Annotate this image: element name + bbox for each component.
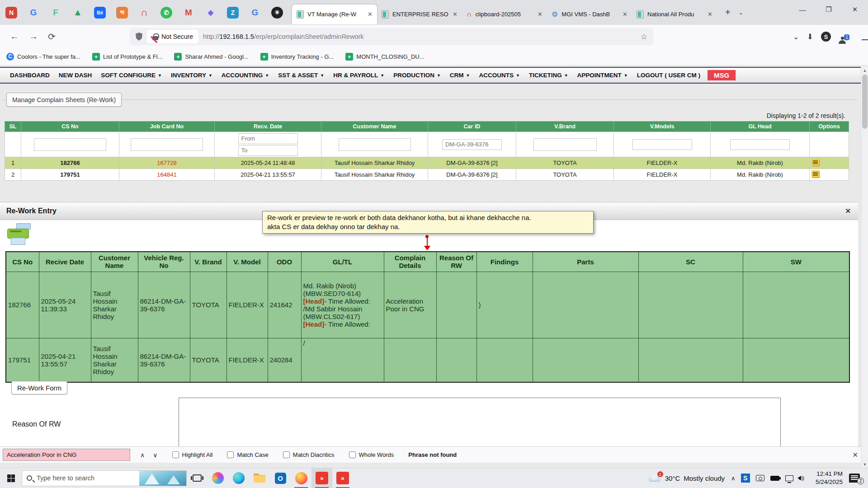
- grammarly-extension-icon[interactable]: S: [821, 32, 831, 42]
- file-explorer-button[interactable]: [249, 468, 270, 488]
- scrollbar-thumb[interactable]: [862, 75, 868, 129]
- pinned-tab-prothomalo-icon[interactable]: অ: [116, 7, 128, 19]
- back-icon[interactable]: ←: [10, 31, 19, 42]
- filter-date-to-input[interactable]: [238, 145, 298, 156]
- col-job-card[interactable]: Job Card No: [119, 122, 215, 132]
- bookmark-star-icon[interactable]: ☆: [641, 32, 647, 42]
- edge-button[interactable]: [228, 468, 249, 488]
- find-input[interactable]: [3, 449, 130, 461]
- outlook-button[interactable]: O: [270, 468, 291, 488]
- cell-job-card[interactable]: 164841: [119, 169, 215, 181]
- list-all-tabs-icon[interactable]: ⌄: [739, 9, 743, 16]
- filter-models-input[interactable]: [632, 139, 692, 150]
- filter-job-card-input[interactable]: [131, 138, 203, 151]
- tab-close-icon[interactable]: ✕: [453, 11, 458, 18]
- filter-car-id-input[interactable]: [442, 139, 502, 150]
- highlight-all-option[interactable]: Highlight All: [172, 451, 213, 458]
- vertical-scrollbar[interactable]: ▲ ▼: [861, 67, 868, 468]
- pinned-tab-chatgpt-icon[interactable]: ✳: [271, 7, 283, 19]
- table-row[interactable]: 2 179751 164841 2025-04-21 13:55:57 Taus…: [5, 169, 849, 181]
- task-view-button[interactable]: [187, 468, 208, 488]
- close-findbar-icon[interactable]: ✕: [852, 451, 858, 459]
- col-sl[interactable]: SL: [5, 122, 21, 132]
- scroll-up-icon[interactable]: ▲: [861, 67, 868, 74]
- pinned-tab-zoho-icon[interactable]: Z: [227, 7, 239, 19]
- pinned-tab-google2-icon[interactable]: G: [249, 7, 261, 19]
- new-tab-button[interactable]: +: [725, 7, 731, 18]
- match-case-option[interactable]: Match Case: [227, 451, 268, 458]
- weather-widget[interactable]: 1 30°C Mostly cloudy: [648, 474, 725, 482]
- pinned-tab-behance-icon[interactable]: Bē: [94, 7, 106, 19]
- tracking-protection-shield-icon[interactable]: [136, 33, 142, 41]
- match-diacritics-checkbox[interactable]: [283, 451, 290, 458]
- firefox-button[interactable]: [291, 468, 311, 488]
- nav-ticketing[interactable]: TICKETING▼: [524, 72, 573, 79]
- tab-vt-manage[interactable]: VT Manage (Re-W ✕: [292, 5, 377, 24]
- rework-note-icon[interactable]: [811, 159, 819, 166]
- pocket-save-icon[interactable]: ⌄: [793, 32, 799, 42]
- taskbar-clock[interactable]: 12:41 PM 5/24/2025: [816, 470, 843, 486]
- col-options[interactable]: Options: [810, 122, 849, 132]
- nav-soft-configure[interactable]: SOFT CONFIGURE▼: [96, 72, 166, 79]
- filter-gl-head-input[interactable]: [730, 139, 790, 150]
- nav-accounts[interactable]: ACCOUNTS▼: [475, 72, 524, 79]
- tab-enterprise[interactable]: ENTERPRISE RESO ✕: [377, 5, 462, 24]
- network-icon[interactable]: [785, 475, 793, 481]
- maximize-button[interactable]: ❐: [816, 5, 842, 14]
- filter-cs-no-input[interactable]: [34, 138, 106, 151]
- col-cs-no[interactable]: CS No: [21, 122, 119, 132]
- pinned-tab-whatsapp-icon[interactable]: ✆: [160, 7, 172, 19]
- print-button[interactable]: [7, 223, 29, 247]
- nav-accounting[interactable]: ACCOUNTING▼: [217, 72, 274, 79]
- highlight-all-checkbox[interactable]: [172, 451, 179, 458]
- volume-icon[interactable]: )): [799, 475, 804, 481]
- table-row[interactable]: 1 182766 167728 2025-05-24 11:48:48 Taus…: [5, 157, 849, 169]
- copilot-button[interactable]: [208, 468, 228, 488]
- nav-inventory[interactable]: INVENTORY▼: [166, 72, 217, 79]
- bookmark-month-closing[interactable]: MONTH_CLOSING_DU...: [345, 53, 424, 61]
- msg-button[interactable]: MSG: [708, 70, 736, 80]
- tab-close-icon[interactable]: ✕: [538, 11, 542, 18]
- match-diacritics-option[interactable]: Match Diacritics: [283, 451, 335, 458]
- tray-expand-icon[interactable]: ∧: [731, 475, 736, 482]
- site-security-chip[interactable]: Not Secure: [147, 30, 198, 43]
- red-app-button-2[interactable]: »: [332, 468, 353, 488]
- pinned-tab-notion-icon[interactable]: N: [5, 7, 17, 19]
- taskbar-search[interactable]: Type here to search: [22, 470, 187, 486]
- tab-national[interactable]: National All Produ ✕: [632, 5, 717, 24]
- nav-hr-payroll[interactable]: HR & PAYROLL▼: [329, 72, 389, 79]
- pinned-tab-redis-icon[interactable]: ∩: [138, 7, 150, 19]
- minimize-button[interactable]: —: [789, 6, 816, 14]
- screen-record-icon[interactable]: [756, 475, 764, 481]
- nav-crm[interactable]: CRM▼: [445, 72, 475, 79]
- col-customer[interactable]: Customer Name: [321, 122, 428, 132]
- close-window-button[interactable]: ✕: [842, 5, 868, 14]
- nav-new-dash[interactable]: NEW DASH: [54, 72, 97, 79]
- nav-logout[interactable]: LOGOUT ( USER CM ): [632, 72, 705, 79]
- nav-dashboard[interactable]: DASHBOARD: [5, 72, 54, 79]
- filter-brand-input[interactable]: [533, 138, 597, 151]
- match-case-checkbox[interactable]: [227, 451, 234, 458]
- pinned-tab-gmail-icon[interactable]: M: [183, 7, 194, 19]
- tab-close-icon[interactable]: ✕: [623, 11, 627, 18]
- pinned-tab-google-icon[interactable]: G: [28, 7, 39, 19]
- filter-customer-input[interactable]: [339, 138, 411, 151]
- red-app-button-1[interactable]: »: [311, 468, 332, 488]
- bookmark-coolors[interactable]: CCoolors - The super fa...: [6, 53, 80, 61]
- battery-icon[interactable]: [770, 476, 779, 481]
- nav-production[interactable]: PRODUCTION▼: [389, 72, 445, 79]
- start-button[interactable]: [0, 468, 22, 488]
- whole-words-checkbox[interactable]: [349, 451, 356, 458]
- downloads-icon[interactable]: ⬇: [807, 32, 813, 42]
- whole-words-option[interactable]: Whole Words: [349, 451, 394, 458]
- tray-s-app-icon[interactable]: S: [741, 474, 750, 483]
- nav-appointment[interactable]: APPOINTMENT▼: [573, 72, 632, 79]
- nav-sst-asset[interactable]: SST & ASSET▼: [274, 72, 329, 79]
- reload-icon[interactable]: ⟳: [48, 31, 56, 42]
- rework-note-icon[interactable]: [811, 170, 819, 178]
- cell-job-card[interactable]: 167728: [119, 157, 215, 169]
- forward-icon[interactable]: →: [29, 31, 38, 42]
- pinned-tab-clickup-icon[interactable]: ◆: [205, 7, 217, 19]
- bookmark-inventory-tracking[interactable]: Inventory Tracking - G...: [260, 53, 334, 61]
- scroll-down-icon[interactable]: ▼: [861, 461, 868, 468]
